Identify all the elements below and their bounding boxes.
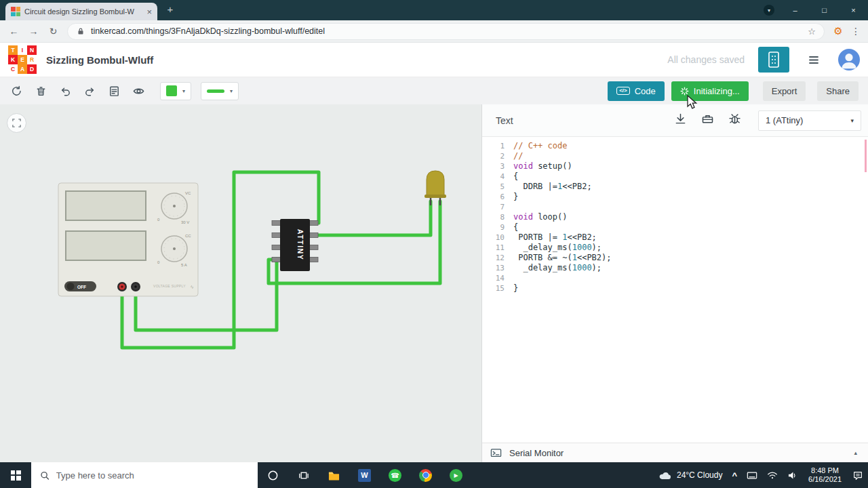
extension-gear-icon[interactable]: ⚙ <box>829 25 848 37</box>
breadboard-view-button[interactable] <box>758 47 789 73</box>
search-icon <box>40 470 50 481</box>
breadboard-icon <box>766 51 781 68</box>
cloud-icon <box>658 470 672 481</box>
code-line[interactable]: 9{ <box>482 222 868 232</box>
back-button[interactable]: ← <box>4 22 24 41</box>
tinkercad-logo[interactable]: TINKERCAD <box>8 45 37 74</box>
reload-button[interactable]: ↻ <box>43 22 63 41</box>
code-line[interactable]: 13 _delay_ms(1000); <box>482 263 868 273</box>
code-text: { <box>505 222 518 232</box>
weather-widget[interactable]: 24°C Cloudy <box>654 462 728 488</box>
line-number: 5 <box>482 182 505 192</box>
design-title[interactable]: Sizzling Bombul-Wluff <box>46 54 153 66</box>
code-mode-dropdown[interactable]: Text <box>496 115 513 126</box>
wire-led-anode[interactable] <box>313 201 431 235</box>
psu-vc-label: VC <box>185 191 191 195</box>
task-view-icon <box>298 470 309 481</box>
logo-cell: A <box>18 64 27 74</box>
browser-titlebar: Circuit design Sizzling Bombul-W × + ▾ –… <box>0 0 868 20</box>
network-icon[interactable] <box>762 462 783 488</box>
forward-button[interactable]: → <box>24 22 43 41</box>
code-line[interactable]: 3void setup() <box>482 161 868 171</box>
visibility-button[interactable] <box>126 77 151 104</box>
code-line[interactable]: 14 <box>482 273 868 283</box>
color-dropdown[interactable]: ▾ <box>160 82 191 100</box>
tray-expand-icon[interactable]: ^ <box>727 462 742 488</box>
code-line[interactable]: 8void loop() <box>482 212 868 222</box>
undo-button[interactable] <box>53 77 77 104</box>
touch-keyboard-icon[interactable] <box>742 462 762 488</box>
minimize-button[interactable]: – <box>781 0 810 20</box>
start-button[interactable] <box>0 462 31 488</box>
file-explorer-button[interactable] <box>319 462 349 488</box>
component-list-button[interactable] <box>799 47 829 73</box>
code-text <box>505 202 513 212</box>
taskbar-search[interactable] <box>31 462 258 488</box>
notes-button[interactable] <box>102 77 126 104</box>
address-bar[interactable]: tinkercad.com/things/3FnAljaDkDq-sizzlin… <box>67 23 825 40</box>
rotate-button[interactable] <box>4 77 28 104</box>
cortana-button[interactable] <box>258 462 288 488</box>
library-button[interactable] <box>701 112 715 129</box>
code-line[interactable]: 10 PORTB |= 1<<PB2; <box>482 232 868 243</box>
code-line[interactable]: 15} <box>482 283 868 293</box>
attiny-chip[interactable]: ATTINY <box>272 219 318 271</box>
download-code-button[interactable] <box>673 112 688 129</box>
code-line[interactable]: 11 _delay_ms(1000); <box>482 243 868 253</box>
word-icon: W <box>358 469 371 482</box>
list-icon <box>806 52 821 67</box>
circuit-workspace[interactable]: VC CC 0 30 V 0 5 A OFF VOLTAGE SUPPLY ϟ <box>0 104 481 462</box>
word-button[interactable]: W <box>349 462 380 488</box>
code-line[interactable]: 1// C++ code <box>482 141 868 151</box>
scrollbar-marker[interactable] <box>865 140 867 172</box>
tab-search-icon[interactable]: ▾ <box>757 5 781 16</box>
code-line[interactable]: 2// <box>482 151 868 161</box>
led[interactable] <box>425 171 446 205</box>
color-swatch-green <box>166 85 177 96</box>
logo-cell: D <box>27 64 37 74</box>
green-app-button[interactable]: ▶ <box>441 462 471 488</box>
browser-tab[interactable]: Circuit design Sizzling Bombul-W × <box>5 3 157 20</box>
url-text[interactable]: tinkercad.com/things/3FnAljaDkDq-sizzlin… <box>91 26 325 36</box>
browser-toolbar: ← → ↻ tinkercad.com/things/3FnAljaDkDq-s… <box>0 20 868 43</box>
task-view-button[interactable] <box>288 462 319 488</box>
volume-icon[interactable] <box>783 462 802 488</box>
code-line[interactable]: 5 DDRB |=1<<PB2; <box>482 182 868 192</box>
line-number: 7 <box>482 202 505 212</box>
wire-style-dropdown[interactable]: ▾ <box>201 82 239 100</box>
code-line[interactable]: 4{ <box>482 171 868 182</box>
zoom-to-fit-button[interactable] <box>7 113 26 133</box>
notification-center-button[interactable] <box>848 462 868 488</box>
close-button[interactable]: × <box>839 0 868 20</box>
code-line[interactable]: 6} <box>482 192 868 202</box>
search-input[interactable] <box>56 470 249 481</box>
bookmark-star-icon[interactable]: ☆ <box>808 26 816 37</box>
avatar[interactable] <box>838 49 860 70</box>
board-select-dropdown[interactable]: 1 (ATtiny) ▾ <box>758 110 861 131</box>
rotate-icon <box>10 85 23 98</box>
redo-button[interactable] <box>77 77 102 104</box>
export-button[interactable]: Export <box>763 81 806 101</box>
power-supply[interactable]: VC CC 0 30 V 0 5 A OFF VOLTAGE SUPPLY ϟ <box>58 183 198 296</box>
delete-button[interactable] <box>28 77 53 104</box>
code-editor[interactable]: 1// C++ code2//3void setup()4{5 DDRB |=1… <box>482 137 868 443</box>
whatsapp-button[interactable]: ☎ <box>380 462 410 488</box>
chevron-down-icon: ▾ <box>230 88 233 94</box>
start-simulation-button[interactable]: Initializing... <box>671 81 749 101</box>
share-button-label: Share <box>826 86 850 96</box>
tab-close-icon[interactable]: × <box>146 7 152 17</box>
code-button[interactable]: </> Code <box>608 81 665 101</box>
psu-cc-label: CC <box>185 234 191 238</box>
code-line[interactable]: 7 <box>482 202 868 212</box>
code-line[interactable]: 12 PORTB &= ~(1<<PB2); <box>482 253 868 263</box>
line-number: 8 <box>482 212 505 222</box>
maximize-button[interactable]: □ <box>810 0 839 20</box>
psu-vmax-label: 30 V <box>181 220 189 224</box>
chrome-button[interactable] <box>410 462 441 488</box>
serial-monitor-bar[interactable]: Serial Monitor ▴ <box>482 443 868 462</box>
share-button[interactable]: Share <box>817 81 859 101</box>
new-tab-button[interactable]: + <box>163 3 178 17</box>
debug-button[interactable] <box>728 112 742 129</box>
browser-menu-icon[interactable]: ⋮ <box>848 26 864 37</box>
taskbar-clock[interactable]: 8:48 PM 6/16/2021 <box>802 462 848 488</box>
